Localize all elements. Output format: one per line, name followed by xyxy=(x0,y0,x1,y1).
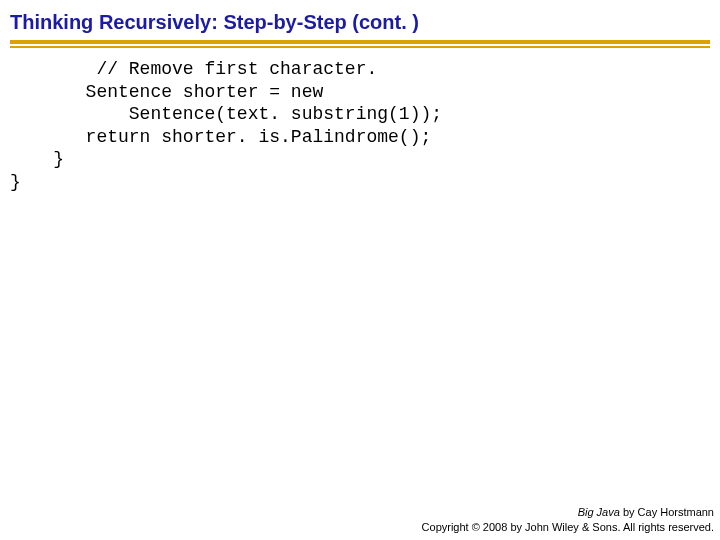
author: by Cay Horstmann xyxy=(620,506,714,518)
footer-line-1: Big Java by Cay Horstmann xyxy=(422,505,714,519)
footer-line-2: Copyright © 2008 by John Wiley & Sons. A… xyxy=(422,520,714,534)
code-block: // Remove first character. Sentence shor… xyxy=(0,48,720,193)
header: Thinking Recursively: Step-by-Step (cont… xyxy=(0,0,720,48)
code-line: return shorter. is.Palindrome(); xyxy=(10,127,431,147)
divider-thick xyxy=(10,40,710,44)
book-title: Big Java xyxy=(578,506,620,518)
code-line: } xyxy=(10,149,64,169)
code-line: } xyxy=(10,172,21,192)
slide-title: Thinking Recursively: Step-by-Step (cont… xyxy=(10,10,710,34)
footer: Big Java by Cay Horstmann Copyright © 20… xyxy=(422,505,714,534)
code-line: Sentence(text. substring(1)); xyxy=(10,104,442,124)
code-line: // Remove first character. xyxy=(10,59,377,79)
code-line: Sentence shorter = new xyxy=(10,82,323,102)
